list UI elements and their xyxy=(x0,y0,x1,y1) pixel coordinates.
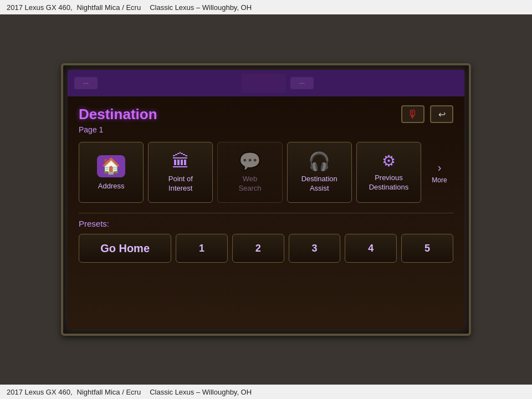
nav-pill-left: ··· xyxy=(74,77,98,89)
main-wrapper: ··· ··· Destination 🎙 ↩ xyxy=(0,14,532,385)
top-dealer: Classic Lexus – Willoughby, OH xyxy=(150,3,252,12)
preset-5-button[interactable]: 5 xyxy=(401,234,453,263)
nav-pill-right: ··· xyxy=(290,77,314,89)
dest-assist-icon: 🎧 xyxy=(308,152,330,170)
more-button[interactable]: › More xyxy=(426,142,453,203)
bottom-dealer: Classic Lexus – Willoughby, OH xyxy=(150,388,252,396)
web-search-label: WebSearch xyxy=(238,175,261,193)
section-separator xyxy=(79,213,453,213)
mic-icon: 🎙 xyxy=(407,108,418,121)
bottom-make: 2017 Lexus GX 460, xyxy=(7,388,73,396)
nav-map-thumb xyxy=(242,74,286,93)
more-label: More xyxy=(432,176,447,184)
poi-label: Point ofInterest xyxy=(168,175,193,193)
mic-button[interactable]: 🎙 xyxy=(401,105,424,123)
presets-row: Go Home 1 2 3 4 5 xyxy=(79,234,453,263)
dest-assist-label: DestinationAssist xyxy=(301,175,337,193)
top-make: 2017 Lexus GX 460, xyxy=(7,3,73,12)
poi-button[interactable]: 🏛 Point ofInterest xyxy=(148,142,213,203)
poi-icon: 🏛 xyxy=(172,152,190,170)
page-label: Page 1 xyxy=(79,125,453,134)
screen-bezel: ··· ··· Destination 🎙 ↩ xyxy=(61,63,471,336)
dest-assist-button[interactable]: 🎧 DestinationAssist xyxy=(287,142,352,203)
screen: ··· ··· Destination 🎙 ↩ xyxy=(68,70,464,329)
web-search-button[interactable]: 💬 WebSearch xyxy=(217,142,282,203)
presets-label: Presets: xyxy=(79,219,453,228)
preset-2-button[interactable]: 2 xyxy=(232,234,284,263)
top-trim: Nightfall Mica / Ecru xyxy=(77,3,141,12)
more-arrow-icon: › xyxy=(438,161,442,174)
preset-3-button[interactable]: 3 xyxy=(289,234,341,263)
preset-4-button[interactable]: 4 xyxy=(345,234,397,263)
button-grid: 🏠 Address 🏛 Point ofInterest 💬 WebSearch xyxy=(79,142,453,203)
bottom-trim: Nightfall Mica / Ecru xyxy=(77,388,141,396)
back-button[interactable]: ↩ xyxy=(430,105,453,123)
dest-title: Destination xyxy=(79,106,157,123)
web-search-icon: 💬 xyxy=(239,152,261,170)
header-icons: 🎙 ↩ xyxy=(401,105,453,123)
prev-dest-icon: ⚙ xyxy=(382,154,396,169)
preset-1-button[interactable]: 1 xyxy=(176,234,228,263)
bottom-bar: 2017 Lexus GX 460, Nightfall Mica / Ecru… xyxy=(0,385,532,399)
go-home-button[interactable]: Go Home xyxy=(79,234,171,263)
prev-dest-button[interactable]: ⚙ PreviousDestinations xyxy=(356,142,421,203)
top-bar: 2017 Lexus GX 460, Nightfall Mica / Ecru… xyxy=(0,0,532,14)
prev-dest-label: PreviousDestinations xyxy=(369,173,409,192)
destination-screen: Destination 🎙 ↩ Page 1 xyxy=(68,96,464,329)
address-icon: 🏠 xyxy=(97,155,125,177)
address-button[interactable]: 🏠 Address xyxy=(79,142,144,203)
address-label: Address xyxy=(98,182,125,191)
back-icon: ↩ xyxy=(438,109,446,120)
nav-strip-center: ··· xyxy=(98,74,458,93)
nav-strip: ··· ··· xyxy=(68,70,464,96)
dest-header: Destination 🎙 ↩ xyxy=(79,105,453,123)
